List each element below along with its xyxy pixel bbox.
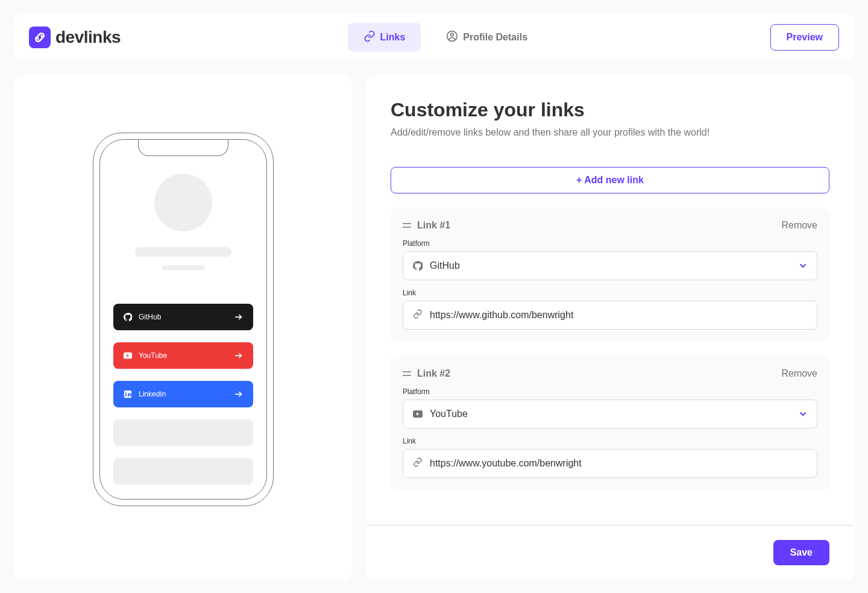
github-icon [413,261,423,271]
platform-select[interactable]: GitHub [403,251,817,280]
svg-rect-4 [125,394,127,397]
add-new-link-button[interactable]: + Add new link [391,167,829,193]
preview-link-empty [113,458,253,485]
page-title: Customize your links [391,99,829,121]
avatar-placeholder [154,174,212,231]
tab-profile-details[interactable]: Profile Details [430,23,543,52]
preview-button[interactable]: Preview [770,24,839,51]
editor-footer: Save [366,525,854,580]
link-block: Link #1 Remove Platform GitHub Link [391,208,829,342]
youtube-icon [123,351,133,360]
tab-links[interactable]: Links [348,23,421,52]
link-url-label: Link [403,437,817,445]
preview-link-label: YouTube [139,351,234,360]
link-block-title: Link #1 [417,220,450,231]
tab-profile-details-label: Profile Details [463,32,527,43]
svg-point-5 [125,392,127,393]
tab-links-label: Links [380,32,406,43]
drag-handle-icon[interactable] [403,222,411,228]
brand-name: devlinks [55,28,121,47]
preview-link-linkedin[interactable]: LinkedIn [113,381,253,407]
brand: devlinks [29,27,121,48]
linkedin-icon [123,389,133,399]
app-header: devlinks Links Profile Details [14,14,854,60]
links-editor-card: Customize your links Add/edit/remove lin… [366,75,854,580]
handle-placeholder [162,265,205,270]
brand-logo-icon [29,27,51,48]
preview-links-list: GitHub YouTube [113,304,253,485]
phone-frame: GitHub YouTube [93,133,274,506]
save-button[interactable]: Save [773,540,829,565]
platform-select-value: GitHub [430,260,799,271]
link-icon [413,457,423,469]
phone-preview-card: GitHub YouTube [14,75,352,580]
link-icon [413,309,423,321]
link-url-field[interactable] [403,301,817,330]
link-block-title: Link #2 [417,368,450,379]
platform-label: Platform [403,239,817,248]
link-url-input[interactable] [430,458,807,469]
remove-link-button[interactable]: Remove [781,220,817,231]
link-url-label: Link [403,289,817,297]
chevron-down-icon [799,410,807,418]
preview-link-label: GitHub [139,313,234,321]
remove-link-button[interactable]: Remove [781,368,817,379]
link-icon [363,30,376,45]
arrow-right-icon [234,351,244,360]
phone-notch [138,139,228,156]
github-icon [123,312,133,322]
svg-point-1 [451,33,454,36]
nav-tabs: Links Profile Details [121,23,770,52]
arrow-right-icon [234,312,244,322]
page-subtitle: Add/edit/remove links below and then sha… [391,127,829,138]
platform-select-value: YouTube [430,409,799,419]
preview-link-label: LinkedIn [139,390,234,398]
drag-handle-icon[interactable] [403,371,411,377]
youtube-icon [413,409,423,419]
link-url-field[interactable] [403,449,817,478]
phone-screen: GitHub YouTube [99,139,267,500]
preview-link-github[interactable]: GitHub [113,304,253,330]
link-block: Link #2 Remove Platform YouTube Link [391,356,829,490]
platform-label: Platform [403,387,817,396]
name-placeholder [135,247,231,257]
preview-link-empty [113,419,253,446]
chevron-down-icon [799,262,807,270]
arrow-right-icon [234,389,244,399]
link-url-input[interactable] [430,310,807,321]
user-circle-icon [446,30,458,45]
platform-select[interactable]: YouTube [403,400,817,428]
preview-link-youtube[interactable]: YouTube [113,342,253,369]
